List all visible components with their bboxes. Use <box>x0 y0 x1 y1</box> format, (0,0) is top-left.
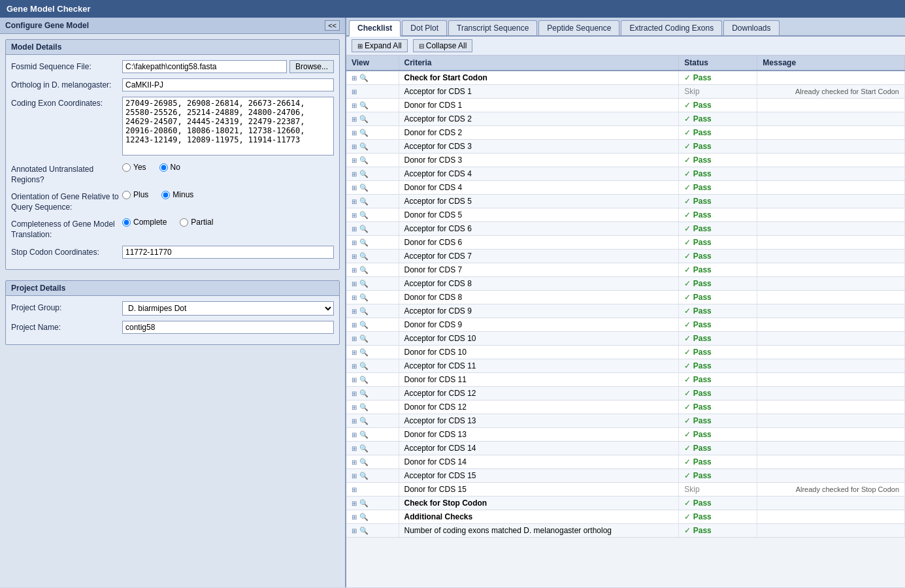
expand-row-icon[interactable]: ⊞ <box>352 445 357 452</box>
expand-row-icon[interactable]: ⊞ <box>352 472 357 480</box>
search-icon[interactable]: 🔍 <box>359 129 369 137</box>
utr-yes-option[interactable]: Yes <box>122 163 146 172</box>
browse-button[interactable]: Browse... <box>289 60 334 73</box>
expand-row-icon[interactable]: ⊞ <box>352 417 357 425</box>
expand-row-icon[interactable]: ⊞ <box>352 294 357 301</box>
search-icon[interactable]: 🔍 <box>359 335 369 342</box>
expand-row-icon[interactable]: ⊞ <box>352 157 357 164</box>
expand-row-icon[interactable]: ⊞ <box>352 239 357 246</box>
expand-all-button[interactable]: ⊞ Expand All <box>352 39 408 52</box>
tab-extracted-coding-exons[interactable]: Extracted Coding Exons <box>621 20 722 35</box>
expand-row-icon[interactable]: ⊞ <box>352 390 357 397</box>
completeness-partial-option[interactable]: Partial <box>180 218 213 227</box>
table-row: ⊞🔍Donor for CDS 11✓ Pass <box>346 373 905 387</box>
expand-row-icon[interactable]: ⊞ <box>352 486 357 493</box>
search-icon[interactable]: 🔍 <box>359 417 369 425</box>
stop-codon-input[interactable] <box>122 246 334 259</box>
expand-row-icon[interactable]: ⊞ <box>352 171 357 178</box>
search-icon[interactable]: 🔍 <box>359 293 369 301</box>
expand-row-icon[interactable]: ⊞ <box>352 225 357 233</box>
project-name-input[interactable] <box>122 321 334 334</box>
status-badge: Pass <box>693 348 712 357</box>
expand-row-icon[interactable]: ⊞ <box>352 527 357 534</box>
expand-row-icon[interactable]: ⊞ <box>352 363 357 370</box>
expand-row-icon[interactable]: ⊞ <box>352 74 357 82</box>
expand-row-icon[interactable]: ⊞ <box>352 500 357 507</box>
collapse-panel-button[interactable]: << <box>325 20 340 31</box>
expand-row-icon[interactable]: ⊞ <box>352 253 357 260</box>
search-icon[interactable]: 🔍 <box>359 444 369 452</box>
expand-row-icon[interactable]: ⊞ <box>352 376 357 384</box>
search-icon[interactable]: 🔍 <box>359 389 369 397</box>
search-icon[interactable]: 🔍 <box>359 431 369 438</box>
search-icon[interactable]: 🔍 <box>359 266 369 274</box>
search-icon[interactable]: 🔍 <box>359 142 369 150</box>
expand-row-icon[interactable]: ⊞ <box>352 129 357 137</box>
expand-row-icon[interactable]: ⊞ <box>352 184 357 191</box>
expand-row-icon[interactable]: ⊞ <box>352 404 357 411</box>
expand-row-icon[interactable]: ⊞ <box>352 514 357 521</box>
search-icon[interactable]: 🔍 <box>359 499 369 507</box>
status-badge: Pass <box>693 402 712 412</box>
expand-row-icon[interactable]: ⊞ <box>352 335 357 342</box>
completeness-partial-radio[interactable] <box>180 218 188 227</box>
expand-row-icon[interactable]: ⊞ <box>352 116 357 123</box>
search-icon[interactable]: 🔍 <box>359 238 369 246</box>
search-icon[interactable]: 🔍 <box>359 527 369 534</box>
tab-peptide-sequence[interactable]: Peptide Sequence <box>538 20 619 35</box>
search-icon[interactable]: 🔍 <box>359 376 369 384</box>
ortholog-input[interactable] <box>122 78 334 91</box>
tab-transcript-sequence[interactable]: Transcript Sequence <box>448 20 537 35</box>
orientation-minus-option[interactable]: Minus <box>161 190 193 199</box>
expand-row-icon[interactable]: ⊞ <box>352 102 357 109</box>
expand-row-icon[interactable]: ⊞ <box>352 431 357 438</box>
status-cell: ✓ Pass <box>679 263 757 277</box>
search-icon[interactable]: 🔍 <box>359 321 369 329</box>
utr-yes-radio[interactable] <box>122 163 131 172</box>
search-icon[interactable]: 🔍 <box>359 115 369 123</box>
expand-row-icon[interactable]: ⊞ <box>352 349 357 356</box>
tab-checklist[interactable]: Checklist <box>349 20 401 37</box>
fosmid-input[interactable] <box>122 60 287 73</box>
search-icon[interactable]: 🔍 <box>359 513 369 521</box>
expand-row-icon[interactable]: ⊞ <box>352 280 357 287</box>
search-icon[interactable]: 🔍 <box>359 101 369 109</box>
tab-dot-plot[interactable]: Dot Plot <box>402 20 447 35</box>
search-icon[interactable]: 🔍 <box>359 74 369 82</box>
expand-row-icon[interactable]: ⊞ <box>352 88 357 95</box>
completeness-complete-option[interactable]: Complete <box>122 218 167 227</box>
search-icon[interactable]: 🔍 <box>359 156 369 164</box>
tab-downloads[interactable]: Downloads <box>723 20 779 35</box>
expand-row-icon[interactable]: ⊞ <box>352 321 357 329</box>
utr-no-radio[interactable] <box>159 163 168 172</box>
message-cell <box>757 455 905 469</box>
collapse-all-button[interactable]: ⊟ Collapse All <box>413 39 473 52</box>
search-icon[interactable]: 🔍 <box>359 348 369 356</box>
search-icon[interactable]: 🔍 <box>359 170 369 178</box>
search-icon[interactable]: 🔍 <box>359 211 369 219</box>
search-icon[interactable]: 🔍 <box>359 280 369 287</box>
expand-row-icon[interactable]: ⊞ <box>352 267 357 274</box>
search-icon[interactable]: 🔍 <box>359 252 369 260</box>
project-group-select[interactable]: D. biarmipes Dot <box>122 301 334 316</box>
orientation-plus-option[interactable]: Plus <box>122 190 148 199</box>
orientation-plus-radio[interactable] <box>122 191 131 199</box>
coding-exon-textarea[interactable]: 27049-26985, 26908-26814, 26673-26614, 2… <box>122 97 334 155</box>
search-icon[interactable]: 🔍 <box>359 225 369 233</box>
expand-row-icon[interactable]: ⊞ <box>352 198 357 205</box>
expand-row-icon[interactable]: ⊞ <box>352 459 357 466</box>
search-icon[interactable]: 🔍 <box>359 197 369 205</box>
search-icon[interactable]: 🔍 <box>359 403 369 411</box>
search-icon[interactable]: 🔍 <box>359 184 369 191</box>
search-icon[interactable]: 🔍 <box>359 472 369 480</box>
completeness-complete-radio[interactable] <box>122 218 131 227</box>
expand-row-icon[interactable]: ⊞ <box>352 143 357 150</box>
search-icon[interactable]: 🔍 <box>359 458 369 466</box>
criteria-cell: Donor for CDS 2 <box>399 126 679 140</box>
search-icon[interactable]: 🔍 <box>359 307 369 315</box>
orientation-minus-radio[interactable] <box>161 191 170 199</box>
utr-no-option[interactable]: No <box>159 163 180 172</box>
search-icon[interactable]: 🔍 <box>359 362 369 370</box>
expand-row-icon[interactable]: ⊞ <box>352 212 357 219</box>
expand-row-icon[interactable]: ⊞ <box>352 308 357 315</box>
